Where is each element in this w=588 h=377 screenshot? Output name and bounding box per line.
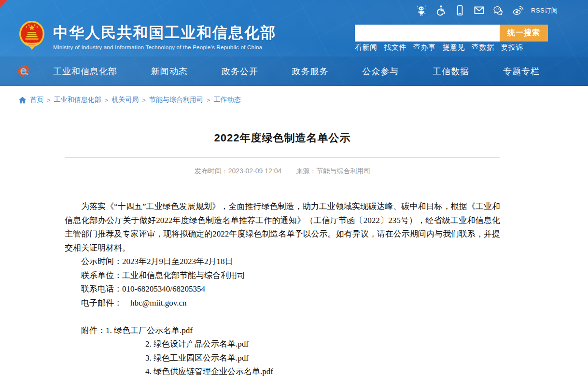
content-area: 首页 > 工业和信息化部 > 机关司局 > 节能与综合利用司 > 工作动态 20… <box>0 86 588 377</box>
attachments-label: 附件： <box>81 326 106 335</box>
corner-ribbon <box>0 0 7 7</box>
quick-link-news[interactable]: 看新闻 <box>355 43 378 52</box>
nav-list: 工业和信息化部 新闻动态 政务公开 政务服务 公众参与 工信数据 专题专栏 <box>53 56 540 86</box>
mail-icon[interactable] <box>473 4 485 16</box>
nav-item-gov-disclosure[interactable]: 政务公开 <box>222 66 258 77</box>
site-title: 中华人民共和国工业和信息化部 <box>53 24 276 42</box>
publicity-period-line: 公示时间：2023年2月9日至2023年2月18日 <box>65 255 500 269</box>
nav-item-news[interactable]: 新闻动态 <box>151 66 188 77</box>
breadcrumb-home[interactable]: 首页 <box>30 96 43 104</box>
contact-email-line: 电子邮件： hbc@miit.gov.cn <box>65 296 500 310</box>
search-button[interactable]: 统一搜索 <box>500 25 548 42</box>
breadcrumb-separator: > <box>47 97 51 104</box>
breadcrumb-separator: > <box>142 97 146 104</box>
nav-item-gov-services[interactable]: 政务服务 <box>292 66 328 77</box>
mobile-icon[interactable] <box>454 4 466 16</box>
site-title-block: 中华人民共和国工业和信息化部 Ministry of Industry and … <box>53 24 276 50</box>
contact-phone-line: 联系电话：010-68205340/68205354 <box>65 282 500 296</box>
breadcrumb-separator: > <box>105 97 109 104</box>
contact-unit-line: 联系单位：工业和信息化部节能与综合利用司 <box>65 269 500 283</box>
nav-item-data[interactable]: 工信数据 <box>433 66 469 77</box>
quick-link-services[interactable]: 查办事 <box>413 43 436 52</box>
attachment-link-green-factory[interactable]: 1. 绿色工厂公示名单.pdf <box>106 326 193 335</box>
nav-item-participation[interactable]: 公众参与 <box>362 66 399 77</box>
article-paragraph: 为落实《“十四五”工业绿色发展规划》，全面推行绿色制造，助力工业领域实现碳达峰、… <box>65 200 500 255</box>
attachment-link-green-industrial-parks[interactable]: 3. 绿色工业园区公示名单.pdf <box>65 351 500 365</box>
article: 2022年度绿色制造名单公示 发布时间：2023-02-09 12:04 来源：… <box>65 131 500 377</box>
page: RSS订阅 中华人民共和国工业和信息化部 Ministry of Industr… <box>0 0 588 377</box>
breadcrumb-energy-conservation-dept[interactable]: 节能与综合利用司 <box>149 96 203 104</box>
title-divider <box>65 157 500 158</box>
attachment-row-1: 附件：1. 绿色工厂公示名单.pdf <box>65 324 500 338</box>
quick-link-feedback[interactable]: 提意见 <box>443 43 465 52</box>
article-body: 为落实《“十四五”工业绿色发展规划》，全面推行绿色制造，助力工业领域实现碳达峰、… <box>65 200 500 377</box>
nav-item-miit[interactable]: 工业和信息化部 <box>53 66 117 77</box>
quick-link-documents[interactable]: 找文件 <box>384 43 407 52</box>
breadcrumb-separator: > <box>207 97 210 104</box>
home-icon[interactable] <box>18 97 27 104</box>
miit-logo-icon[interactable] <box>17 64 31 78</box>
search-input[interactable] <box>355 25 500 42</box>
weibo-icon[interactable] <box>512 4 524 16</box>
publish-time: 发布时间：2023-02-09 12:04 <box>195 167 282 175</box>
main-nav: 工业和信息化部 新闻动态 政务公开 政务服务 公众参与 工信数据 专题专栏 <box>0 56 588 86</box>
nav-item-special-topics[interactable]: 专题专栏 <box>503 66 540 77</box>
utility-icon-row: RSS订阅 <box>415 4 558 16</box>
quick-link-complaint[interactable]: 要投诉 <box>501 43 524 52</box>
quick-links-row: 看新闻 找文件 查办事 提意见 查数据 要投诉 <box>355 43 523 52</box>
breadcrumb-work-news[interactable]: 工作动态 <box>213 96 240 104</box>
attachment-link-green-design-products[interactable]: 2. 绿色设计产品公示名单.pdf <box>65 337 500 351</box>
article-meta: 发布时间：2023-02-09 12:04 来源：节能与综合利用司 <box>65 167 500 176</box>
breadcrumb-departments[interactable]: 机关司局 <box>112 96 139 104</box>
breadcrumb: 首页 > 工业和信息化部 > 机关司局 > 节能与综合利用司 > 工作动态 <box>0 86 588 104</box>
site-header: RSS订阅 中华人民共和国工业和信息化部 Ministry of Industr… <box>0 0 588 86</box>
breadcrumb-miit[interactable]: 工业和信息化部 <box>54 96 101 104</box>
national-emblem <box>18 19 45 51</box>
ai-assistant-icon[interactable] <box>415 4 427 16</box>
rss-subscribe-link[interactable]: RSS订阅 <box>531 6 558 15</box>
search-box: 统一搜索 <box>355 25 548 42</box>
attachments-block: 附件：1. 绿色工厂公示名单.pdf 2. 绿色设计产品公示名单.pdf 3. … <box>65 324 500 377</box>
article-source: 来源：节能与综合利用司 <box>296 167 370 175</box>
accessibility-icon[interactable] <box>434 4 447 16</box>
site-subtitle: Ministry of Industry and Information Tec… <box>53 44 276 50</box>
attachment-link-green-supply-chain[interactable]: 4. 绿色供应链管理企业公示名单.pdf <box>65 365 500 377</box>
quick-link-data[interactable]: 查数据 <box>472 43 494 52</box>
article-title: 2022年度绿色制造名单公示 <box>65 131 500 145</box>
wechat-icon[interactable] <box>492 4 504 16</box>
